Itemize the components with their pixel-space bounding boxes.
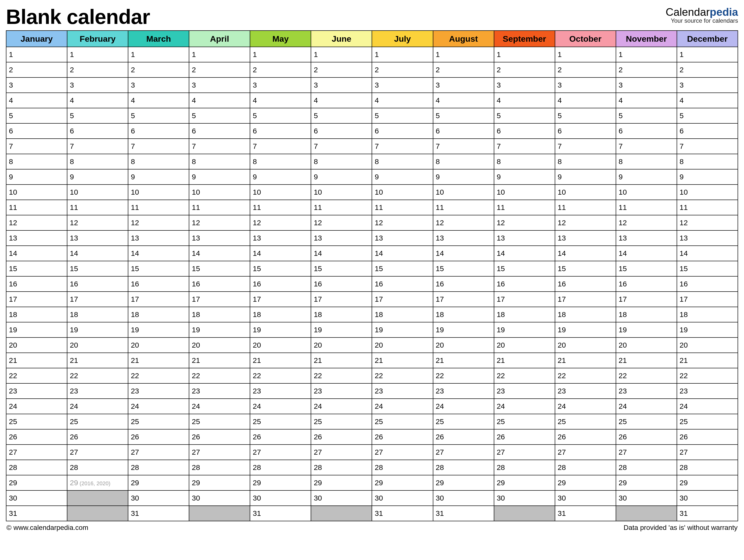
day-cell: 27 <box>311 445 372 460</box>
day-cell: 22 <box>555 368 616 383</box>
day-cell: 22 <box>433 368 494 383</box>
day-row: 111111111111111111111111 <box>6 200 738 215</box>
day-cell: 17 <box>67 292 128 307</box>
day-cell: 6 <box>128 123 189 139</box>
leap-day-number: 29 <box>70 479 78 487</box>
day-cell: 13 <box>6 230 67 246</box>
day-cell: 8 <box>616 154 677 169</box>
day-cell: 21 <box>677 353 738 368</box>
day-cell: 3 <box>189 77 250 93</box>
day-cell: 17 <box>372 292 433 307</box>
day-cell: 9 <box>677 169 738 185</box>
day-cell: 20 <box>189 337 250 353</box>
day-cell: 5 <box>128 108 189 123</box>
day-cell: 27 <box>6 445 67 460</box>
day-cell: 5 <box>311 108 372 123</box>
day-cell: 14 <box>311 246 372 261</box>
day-cell: 2 <box>372 62 433 77</box>
day-cell: 16 <box>250 276 311 292</box>
day-cell: 16 <box>6 276 67 292</box>
day-cell: 3 <box>311 77 372 93</box>
day-cell: 18 <box>555 307 616 322</box>
day-cell: 10 <box>67 185 128 200</box>
day-row: 3030303030303030303030 <box>6 490 738 506</box>
day-cell: 7 <box>433 139 494 154</box>
day-row: 191919191919191919191919 <box>6 322 738 337</box>
day-cell: 2 <box>677 62 738 77</box>
day-row: 555555555555 <box>6 108 738 123</box>
day-cell: 16 <box>494 276 555 292</box>
day-cell: 15 <box>433 261 494 276</box>
day-cell: 23 <box>616 383 677 399</box>
day-cell: 4 <box>250 93 311 108</box>
day-cell: 6 <box>6 123 67 139</box>
day-cell: 15 <box>6 261 67 276</box>
day-cell: 11 <box>189 200 250 215</box>
day-cell: 2 <box>67 62 128 77</box>
day-cell: 29 <box>311 475 372 490</box>
day-cell: 5 <box>6 108 67 123</box>
day-cell: 20 <box>372 337 433 353</box>
day-row: 151515151515151515151515 <box>6 261 738 276</box>
day-cell: 14 <box>128 246 189 261</box>
day-cell: 20 <box>433 337 494 353</box>
day-cell: 7 <box>372 139 433 154</box>
day-cell: 8 <box>494 154 555 169</box>
day-row: 242424242424242424242424 <box>6 399 738 414</box>
day-cell: 11 <box>372 200 433 215</box>
day-cell: 18 <box>311 307 372 322</box>
day-cell: 7 <box>311 139 372 154</box>
day-cell: 8 <box>311 154 372 169</box>
day-cell: 25 <box>250 414 311 429</box>
day-cell: 21 <box>250 353 311 368</box>
day-cell: 2 <box>494 62 555 77</box>
day-cell: 9 <box>250 169 311 185</box>
day-cell: 16 <box>311 276 372 292</box>
day-cell: 3 <box>250 77 311 93</box>
day-cell: 15 <box>67 261 128 276</box>
day-cell: 19 <box>677 322 738 337</box>
day-row: 212121212121212121212121 <box>6 353 738 368</box>
month-header: October <box>555 31 616 47</box>
day-row: 777777777777 <box>6 139 738 154</box>
day-cell: 25 <box>311 414 372 429</box>
day-cell: 3 <box>494 77 555 93</box>
day-cell: 26 <box>433 429 494 445</box>
day-cell: 21 <box>616 353 677 368</box>
day-cell: 26 <box>6 429 67 445</box>
day-cell: 18 <box>677 307 738 322</box>
day-cell: 1 <box>189 47 250 62</box>
day-cell: 5 <box>433 108 494 123</box>
day-cell: 9 <box>372 169 433 185</box>
day-cell: 29 <box>128 475 189 490</box>
day-cell: 25 <box>616 414 677 429</box>
day-cell: 7 <box>6 139 67 154</box>
day-cell: 23 <box>677 383 738 399</box>
day-cell: 6 <box>67 123 128 139</box>
day-cell: 2 <box>250 62 311 77</box>
day-row: 999999999999 <box>6 169 738 185</box>
day-cell: 21 <box>555 353 616 368</box>
day-cell: 5 <box>555 108 616 123</box>
day-cell: 27 <box>555 445 616 460</box>
day-cell: 25 <box>189 414 250 429</box>
day-cell: 21 <box>189 353 250 368</box>
day-cell <box>67 490 128 506</box>
day-cell: 27 <box>677 445 738 460</box>
day-cell: 19 <box>494 322 555 337</box>
day-cell: 8 <box>433 154 494 169</box>
day-cell: 1 <box>372 47 433 62</box>
day-cell: 10 <box>494 185 555 200</box>
day-cell: 24 <box>128 399 189 414</box>
day-cell: 4 <box>494 93 555 108</box>
day-cell: 7 <box>250 139 311 154</box>
day-cell: 25 <box>555 414 616 429</box>
day-row: 888888888888 <box>6 154 738 169</box>
day-cell: 25 <box>372 414 433 429</box>
day-cell: 9 <box>433 169 494 185</box>
day-cell: 8 <box>128 154 189 169</box>
day-cell: 3 <box>555 77 616 93</box>
day-cell: 13 <box>128 230 189 246</box>
day-cell: 24 <box>555 399 616 414</box>
day-cell: 28 <box>67 460 128 475</box>
